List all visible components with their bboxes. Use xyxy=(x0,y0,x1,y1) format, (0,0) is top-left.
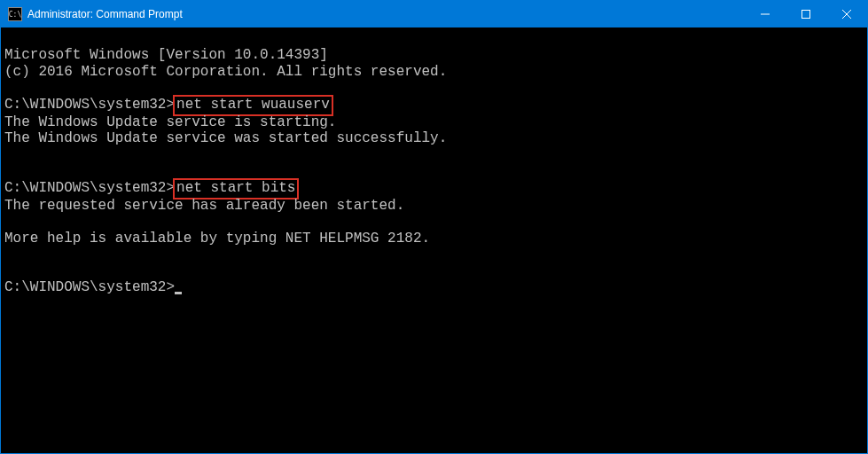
titlebar[interactable]: C:\ Administrator: Command Prompt xyxy=(1,1,867,27)
blank-line xyxy=(4,247,864,262)
command-prompt-window: C:\ Administrator: Command Prompt Micros… xyxy=(0,0,868,454)
command-text: net start wuauserv xyxy=(176,97,330,113)
window-controls xyxy=(745,1,867,27)
prompt-line: C:\WINDOWS\system32>net start bits xyxy=(4,180,864,198)
window-title: Administrator: Command Prompt xyxy=(27,8,745,20)
highlight-box: net start bits xyxy=(175,180,297,198)
cmd-icon: C:\ xyxy=(8,7,22,21)
output-line: More help is available by typing NET HEL… xyxy=(4,231,864,247)
blank-line xyxy=(4,262,864,278)
highlight-box: net start wuauserv xyxy=(175,97,332,114)
prompt: C:\WINDOWS\system32> xyxy=(4,279,175,295)
output-line: The requested service has already been s… xyxy=(4,198,864,214)
command-text: net start bits xyxy=(176,180,295,196)
blank-line xyxy=(4,80,864,96)
banner-line: (c) 2016 Microsoft Corporation. All righ… xyxy=(4,64,864,80)
output-line: The Windows Update service was started s… xyxy=(4,130,864,146)
cursor xyxy=(175,292,182,294)
svg-rect-1 xyxy=(802,11,810,19)
terminal-output[interactable]: Microsoft Windows [Version 10.0.14393](c… xyxy=(1,27,867,453)
close-button[interactable] xyxy=(826,1,867,27)
blank-line xyxy=(4,147,864,163)
blank-line xyxy=(4,214,864,230)
prompt: C:\WINDOWS\system32> xyxy=(4,97,175,113)
prompt-line: C:\WINDOWS\system32>net start wuauserv xyxy=(4,97,864,114)
blank-line xyxy=(4,163,864,179)
output-line: The Windows Update service is starting. xyxy=(4,114,864,130)
minimize-button[interactable] xyxy=(745,1,786,27)
maximize-button[interactable] xyxy=(786,1,826,27)
prompt-line: C:\WINDOWS\system32> xyxy=(4,279,864,295)
banner-line: Microsoft Windows [Version 10.0.14393] xyxy=(4,47,864,63)
prompt: C:\WINDOWS\system32> xyxy=(4,180,175,196)
